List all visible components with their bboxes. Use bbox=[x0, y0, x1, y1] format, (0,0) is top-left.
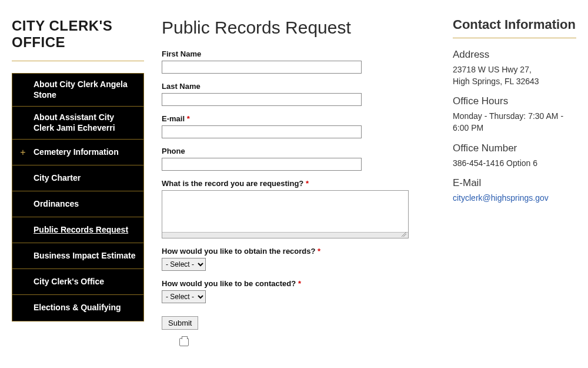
last-name-label: Last Name bbox=[162, 82, 435, 91]
phone-input[interactable] bbox=[162, 158, 362, 171]
email-label-text: E-mail bbox=[162, 114, 185, 123]
required-asterisk: * bbox=[318, 247, 320, 256]
sidebar-item-label: City Clerk's Office bbox=[34, 277, 104, 287]
obtain-method-label: How would you like to obtain the records… bbox=[162, 247, 435, 256]
field-first-name: First Name bbox=[162, 49, 435, 74]
sidebar-item-label: Ordinances bbox=[34, 199, 79, 210]
address-heading: Address bbox=[453, 49, 576, 61]
page-title: Public Records Request bbox=[162, 18, 435, 38]
office-number-heading: Office Number bbox=[453, 142, 576, 154]
sidebar-item-label: Business Impact Estimate bbox=[34, 251, 136, 261]
contact-method-label-text: How would you like to be contacted? bbox=[162, 279, 296, 288]
contact-method-label: How would you like to be contacted? * bbox=[162, 279, 435, 288]
sidebar-item-city-charter[interactable]: City Charter bbox=[12, 165, 143, 191]
sidebar-item-city-clerks-office[interactable]: City Clerk's Office bbox=[12, 269, 143, 295]
print-row bbox=[162, 338, 435, 349]
sidebar-item-about-assistant-clerk[interactable]: About Assistant City Clerk Jami Echeverr… bbox=[12, 107, 143, 140]
sidebar-item-ordinances[interactable]: Ordinances bbox=[12, 191, 143, 217]
obtain-method-label-text: How would you like to obtain the records… bbox=[162, 247, 315, 256]
contact-panel: Contact Information Address 23718 W US H… bbox=[453, 18, 576, 349]
sidebar-item-label: City Charter bbox=[34, 173, 81, 184]
sidebar-item-elections-qualifying[interactable]: Elections & Qualifying bbox=[12, 295, 143, 321]
print-icon[interactable] bbox=[179, 338, 189, 346]
field-obtain-method: How would you like to obtain the records… bbox=[162, 247, 435, 271]
sidebar-item-public-records-request[interactable]: Public Records Request bbox=[12, 217, 143, 243]
first-name-label: First Name bbox=[162, 49, 435, 58]
sidebar-nav: About City Clerk Angela Stone About Assi… bbox=[12, 73, 144, 321]
sidebar-item-label: About Assistant City Clerk Jami Echeverr… bbox=[34, 112, 136, 133]
address-line-1: 23718 W US Hwy 27, bbox=[453, 64, 576, 76]
field-email: E-mail * bbox=[162, 114, 435, 138]
contact-method-select[interactable]: - Select - bbox=[162, 290, 206, 303]
required-asterisk: * bbox=[298, 279, 301, 288]
sidebar-title: CITY CLERK'S OFFICE bbox=[12, 18, 144, 50]
required-asterisk: * bbox=[187, 114, 190, 123]
sidebar-item-business-impact-estimate[interactable]: Business Impact Estimate bbox=[12, 243, 143, 269]
plus-icon[interactable]: + bbox=[12, 148, 34, 157]
sidebar-item-label: Elections & Qualifying bbox=[34, 303, 121, 313]
record-request-textarea-wrap bbox=[162, 190, 409, 238]
office-hours-text: Monday - Thursday: 7:30 AM - 6:00 PM bbox=[453, 111, 576, 134]
address-line-2: High Springs, FL 32643 bbox=[453, 76, 576, 88]
email-input[interactable] bbox=[162, 125, 362, 138]
office-hours-heading: Office Hours bbox=[453, 95, 576, 107]
sidebar-divider bbox=[12, 61, 144, 61]
phone-label: Phone bbox=[162, 147, 435, 155]
field-contact-method: How would you like to be contacted? * - … bbox=[162, 279, 435, 303]
field-phone: Phone bbox=[162, 147, 435, 171]
email-link[interactable]: cityclerk@highsprings.gov bbox=[453, 193, 549, 203]
contact-title: Contact Information bbox=[453, 18, 576, 32]
sidebar-item-about-city-clerk[interactable]: About City Clerk Angela Stone bbox=[12, 74, 143, 107]
email-heading: E-Mail bbox=[453, 177, 576, 189]
email-label: E-mail * bbox=[162, 114, 435, 123]
sidebar-item-cemetery-information[interactable]: + Cemetery Information bbox=[12, 140, 143, 165]
field-last-name: Last Name bbox=[162, 82, 435, 106]
sidebar: CITY CLERK'S OFFICE About City Clerk Ang… bbox=[12, 18, 144, 349]
office-number-text: 386-454-1416 Option 6 bbox=[453, 158, 576, 170]
textarea-resize-handle[interactable] bbox=[162, 232, 408, 238]
first-name-input[interactable] bbox=[162, 61, 362, 74]
record-request-label: What is the record you are requesting? * bbox=[162, 179, 435, 188]
main-content: Public Records Request First Name Last N… bbox=[162, 18, 435, 349]
last-name-input[interactable] bbox=[162, 93, 362, 106]
required-asterisk: * bbox=[306, 179, 309, 188]
obtain-method-select[interactable]: - Select - bbox=[162, 258, 206, 271]
sidebar-item-label: About City Clerk Angela Stone bbox=[34, 79, 136, 100]
sidebar-item-label: Cemetery Information bbox=[34, 147, 119, 158]
submit-button[interactable]: Submit bbox=[162, 316, 198, 330]
field-record-request: What is the record you are requesting? * bbox=[162, 179, 435, 238]
contact-divider bbox=[453, 38, 576, 38]
sidebar-item-label: Public Records Request bbox=[34, 225, 128, 236]
record-request-label-text: What is the record you are requesting? bbox=[162, 179, 303, 188]
record-request-textarea[interactable] bbox=[162, 191, 408, 232]
